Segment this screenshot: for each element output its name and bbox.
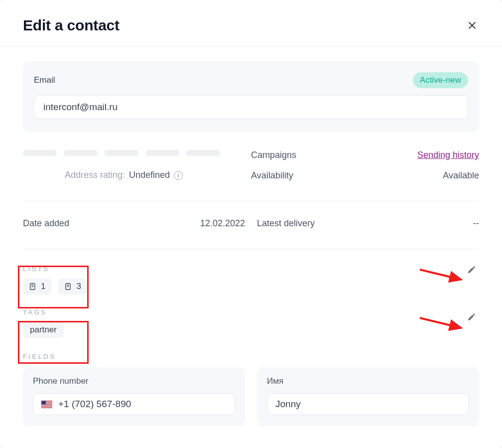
campaigns-label: Campaigns [251, 150, 296, 160]
list-item[interactable]: 1 [23, 279, 51, 295]
rating-skeleton [23, 150, 251, 156]
tag-item[interactable]: partner [23, 322, 64, 338]
edit-tags-button[interactable] [464, 309, 479, 324]
svg-rect-14 [41, 407, 52, 407]
list-item-label: 3 [76, 282, 81, 292]
list-item[interactable]: 3 [58, 279, 87, 295]
tag-item-label: partner [30, 325, 57, 334]
name-input[interactable] [275, 399, 461, 410]
svg-rect-12 [41, 405, 52, 405]
sending-history-link[interactable]: Sending history [417, 150, 479, 160]
phone-input[interactable] [58, 399, 227, 410]
svg-rect-15 [41, 401, 46, 405]
name-field: Имя [257, 367, 479, 426]
edit-lists-button[interactable] [464, 262, 479, 277]
edit-contact-modal: Edit a contact Email Active-new [0, 0, 502, 448]
latest-delivery-label: Latest delivery [257, 218, 315, 229]
divider [23, 201, 479, 201]
date-added-label: Date added [23, 218, 69, 229]
lists-section: LISTS 1 3 [23, 249, 479, 295]
address-rating-label: Address rating: [65, 170, 125, 180]
list-item-label: 1 [41, 282, 45, 292]
phone-label: Phone number [33, 376, 235, 386]
modal-header: Edit a contact [0, 0, 502, 46]
modal-title: Edit a contact [23, 17, 120, 34]
availability-value: Available [443, 170, 479, 181]
us-flag-icon[interactable] [41, 401, 52, 408]
latest-delivery-value: -- [473, 218, 479, 229]
email-label: Email [34, 75, 55, 85]
rating-column: Address rating: Undefined i [23, 150, 251, 181]
fields-heading: FIELDS [23, 353, 479, 360]
tags-section: TAGS partner [23, 308, 479, 338]
info-icon[interactable]: i [174, 171, 183, 180]
svg-rect-13 [41, 406, 52, 406]
name-label: Имя [267, 376, 469, 386]
fields-section: FIELDS Phone number [23, 353, 479, 426]
pencil-icon [467, 312, 476, 321]
phone-field: Phone number [23, 367, 245, 426]
availability-label: Availability [251, 170, 293, 181]
email-input[interactable] [34, 95, 468, 119]
close-button[interactable] [465, 18, 479, 32]
email-section: Email Active-new [23, 61, 479, 132]
list-icon [29, 283, 37, 291]
pencil-icon [467, 265, 476, 274]
divider [0, 46, 502, 46]
date-added-value: 12.02.2022 [200, 218, 245, 229]
status-badge: Active-new [413, 72, 468, 88]
tags-heading: TAGS [23, 308, 479, 316]
lists-heading: LISTS [23, 265, 479, 273]
close-icon [467, 20, 477, 30]
list-icon [64, 283, 72, 291]
address-rating-value: Undefined [129, 170, 170, 180]
